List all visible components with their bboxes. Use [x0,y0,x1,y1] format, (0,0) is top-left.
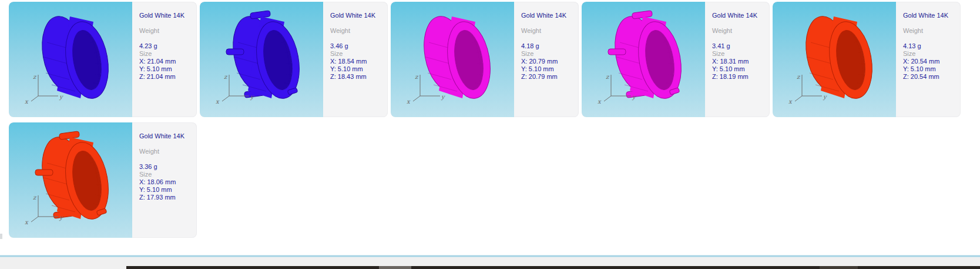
size-label: Size [521,50,575,58]
axis-z-label: z [224,74,228,80]
weight-label: Weight [139,27,193,35]
ring-tab [226,49,244,55]
size-z-value: Z: 20.54 mm [903,73,957,81]
size-x-value: X: 20.54 mm [903,58,957,65]
weight-label: Weight [712,27,766,35]
size-label: Size [712,50,766,58]
size-y-value: Y: 5.10 mm [330,65,384,73]
ring-tab [608,49,626,55]
size-x-value: X: 18.06 mm [139,178,193,186]
model-info-panel: Gold White 14K Weight 3.36 g Size X: 18.… [132,122,197,238]
model-card[interactable]: z y x Gold White 14K Weight 4.18 g Size … [391,2,579,117]
model-info-panel: Gold White 14K Weight 4.18 g Size X: 20.… [514,2,579,117]
axis-x-label: x [598,98,602,105]
model-info-panel: Gold White 14K Weight 4.23 g Size X: 21.… [132,2,197,117]
material-name: Gold White 14K [903,12,957,19]
axis-y-label: y [59,94,63,101]
ring-tab [35,170,53,175]
model-card[interactable]: z y x Gold White 14K Weight 4.23 g Size … [9,2,197,117]
size-z-value: Z: 18.43 mm [330,73,384,81]
size-label: Size [330,50,384,58]
ring-render: z y x [773,2,896,117]
weight-value: 4.13 g [903,42,957,50]
material-name: Gold White 14K [712,12,766,19]
model-3d-preview: z y x [9,122,132,238]
axis-x-label: x [25,98,29,105]
material-name: Gold White 14K [521,12,575,19]
size-x-value: X: 20.79 mm [521,58,575,65]
axis-z-label: z [797,74,801,80]
weight-label: Weight [139,148,193,155]
material-name: Gold White 14K [139,12,193,19]
model-card[interactable]: z y x Gold White 14K Weight 4.13 g Size … [773,2,961,117]
model-info-panel: Gold White 14K Weight 4.13 g Size X: 20.… [896,2,961,117]
weight-value: 3.36 g [139,163,193,171]
size-x-value: X: 18.31 mm [712,58,766,65]
size-label: Size [139,171,193,178]
model-3d-preview: z y x [391,2,514,117]
model-info-panel: Gold White 14K Weight 3.46 g Size X: 18.… [323,2,388,117]
model-3d-preview: z y x [9,2,132,117]
model-3d-preview: z y x [773,2,896,117]
size-z-value: Z: 20.79 mm [521,73,575,81]
weight-label: Weight [903,27,957,35]
axis-y-label: y [823,94,827,101]
model-card[interactable]: z y x Gold White 14K Weight 3.46 g Size … [200,2,388,117]
size-z-value: Z: 17.93 mm [139,194,193,201]
axis-x-label: x [407,98,411,105]
ring-render: z y x [582,2,705,117]
app-viewport: z y x Gold White 14K Weight 4.23 g Size … [0,0,980,269]
size-label: Size [903,50,957,58]
axis-z-label: z [415,74,419,80]
axis-x-label: x [25,219,29,225]
background-window-edge-highlight [379,266,411,269]
weight-value: 4.23 g [139,42,193,50]
model-card[interactable]: z y x Gold White 14K Weight 3.41 g Size … [582,2,770,117]
weight-label: Weight [521,27,575,35]
axis-x-label: x [216,98,220,105]
ring-render: z y x [200,2,323,117]
weight-value: 3.41 g [712,42,766,50]
left-edge-fragment [0,234,2,239]
ring-render: z y x [9,2,132,117]
size-x-value: X: 18.54 mm [330,58,384,65]
material-name: Gold White 14K [139,132,193,140]
size-x-value: X: 21.04 mm [139,58,193,65]
model-3d-preview: z y x [582,2,705,117]
ring-render: z y x [391,2,514,117]
size-z-value: Z: 21.04 mm [139,73,193,81]
size-y-value: Y: 5.10 mm [139,65,193,73]
axis-z-label: z [33,194,37,201]
axis-x-label: x [788,98,793,105]
ring-render: z y x [9,122,132,238]
axis-y-label: y [441,94,445,101]
model-card[interactable]: z y x Gold White 14K Weight 3.36 g Size … [9,122,197,238]
ring-tab [59,131,79,140]
axis-z-label: z [33,74,37,80]
ring-tab [250,11,270,19]
model-results-grid: z y x Gold White 14K Weight 4.23 g Size … [9,2,977,238]
ring-tab [632,11,652,19]
size-label: Size [139,50,193,58]
axis-z-label: z [606,74,610,80]
model-info-panel: Gold White 14K Weight 3.41 g Size X: 18.… [705,2,770,117]
model-3d-preview: z y x [200,2,323,117]
weight-value: 3.46 g [330,42,384,50]
size-y-value: Y: 5.10 mm [139,186,193,194]
size-y-value: Y: 5.10 mm [521,65,575,73]
size-y-value: Y: 5.10 mm [903,65,957,73]
weight-value: 4.18 g [521,42,575,50]
material-name: Gold White 14K [330,12,384,19]
background-window-edge-highlight [820,266,858,269]
size-z-value: Z: 18.19 mm [712,73,766,81]
weight-label: Weight [330,27,384,35]
size-y-value: Y: 5.10 mm [712,65,766,73]
